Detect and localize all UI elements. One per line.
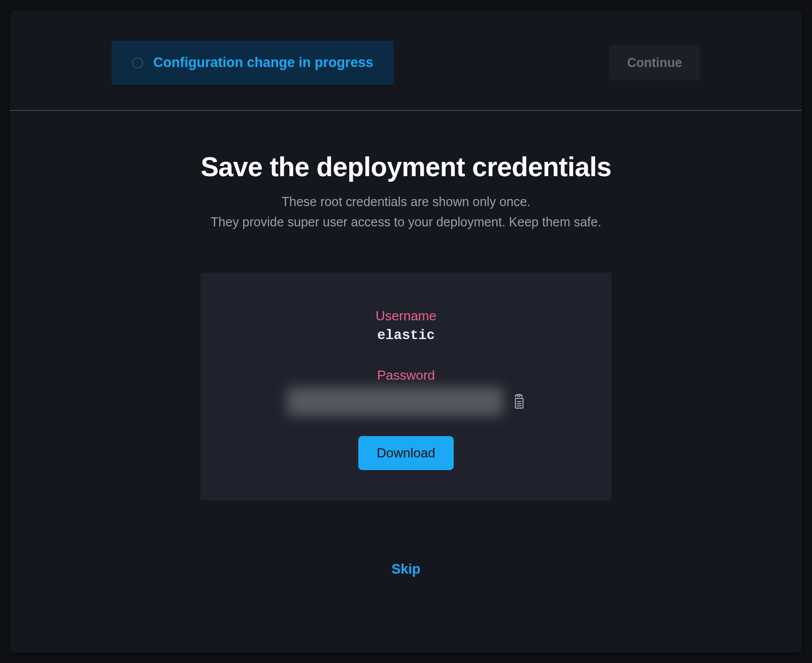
subtitle-line-1: These root credentials are shown only on… <box>211 191 601 212</box>
status-badge: Configuration change in progress <box>112 41 394 85</box>
password-value-obscured <box>287 387 503 416</box>
password-row <box>287 387 525 416</box>
credentials-panel: Username elastic Password <box>200 273 612 501</box>
subtitle-line-2: They provide super user access to your d… <box>211 212 601 232</box>
content-area: Save the deployment credentials These ro… <box>10 111 802 653</box>
page-title: Save the deployment credentials <box>200 151 611 182</box>
username-label: Username <box>376 308 436 324</box>
password-label: Password <box>377 368 435 383</box>
page-subtitle: These root credentials are shown only on… <box>211 191 601 232</box>
modal-container: Configuration change in progress Continu… <box>10 10 802 653</box>
svg-rect-1 <box>517 394 520 396</box>
svg-rect-0 <box>515 399 523 408</box>
download-button[interactable]: Download <box>358 436 454 470</box>
username-value: elastic <box>377 328 434 343</box>
skip-link[interactable]: Skip <box>391 561 420 577</box>
copy-icon[interactable] <box>512 394 525 409</box>
header-bar: Configuration change in progress Continu… <box>10 10 802 111</box>
status-text: Configuration change in progress <box>153 55 374 71</box>
continue-button[interactable]: Continue <box>609 45 700 80</box>
spinner-icon <box>132 57 143 69</box>
